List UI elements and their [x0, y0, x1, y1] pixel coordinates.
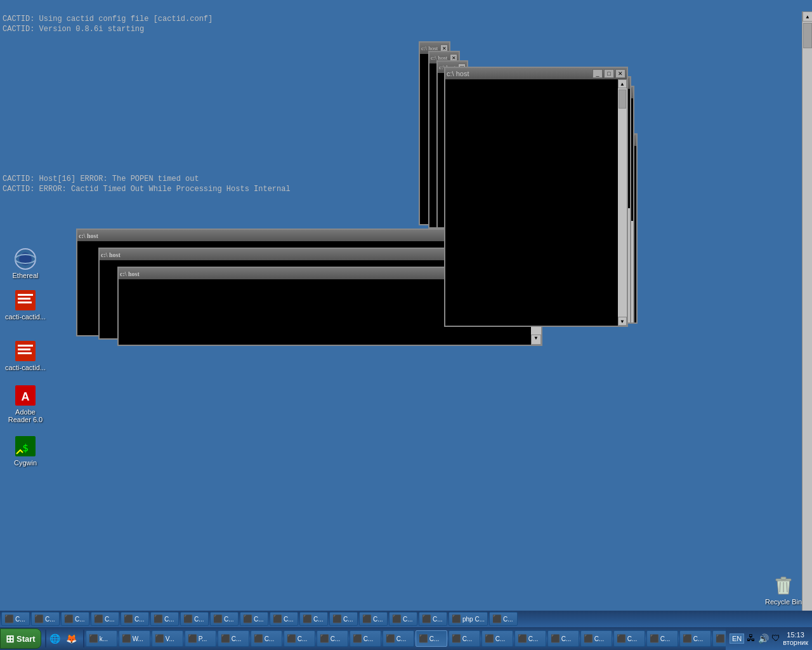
taskbar-item-c6[interactable]: ⬛C... [383, 630, 414, 647]
taskbar-item-c5[interactable]: ⬛C... [350, 630, 381, 647]
minimize-btn-1[interactable]: _ [593, 69, 603, 78]
taskbar-divider-1 [45, 630, 46, 647]
start-button[interactable]: ⊞ Start [0, 628, 41, 649]
taskbar-item-c12[interactable]: ⬛C... [613, 630, 645, 647]
cactiplus-line-error2: CACTID: ERROR: Cactid Timed Out While Pr… [3, 184, 798, 194]
taskbar-item-k[interactable]: ⬛k... [86, 630, 117, 647]
taskbar2-item-12[interactable]: ⬛C... [329, 612, 358, 626]
tray-clock[interactable]: 15:13 вторник [783, 631, 808, 646]
max-btn-1[interactable]: □ [604, 69, 614, 78]
taskbar-item-c11[interactable]: ⬛C... [580, 630, 612, 647]
clock-day: вторник [783, 639, 808, 646]
taskbar-item-c3[interactable]: ⬛C... [284, 630, 315, 647]
taskbar-item-c9[interactable]: ⬛C... [514, 630, 546, 647]
taskbar2-item-3[interactable]: ⬛C... [61, 612, 89, 626]
clock-time: 15:13 [783, 631, 808, 639]
lang-indicator[interactable]: EN [730, 633, 744, 644]
taskbar2-item-14[interactable]: ⬛C... [389, 612, 417, 626]
taskbar-item-c4[interactable]: ⬛C... [317, 630, 348, 647]
taskbar-item-c1[interactable]: ⬛C... [218, 630, 249, 647]
cactiplus-line-2: CACTID: Version 0.8.6i starting [3, 24, 798, 34]
taskbar-item-c15[interactable]: ⬛C... [712, 630, 726, 647]
windows-logo: ⊞ [6, 633, 14, 645]
close-btn-1[interactable]: ✕ [615, 69, 625, 78]
taskbar-item-c13[interactable]: ⬛C... [646, 630, 678, 647]
stacked-titlebar-1: c:\ host _ □ ✕ [445, 68, 627, 79]
taskbar-item-w[interactable]: ⬛W... [119, 630, 150, 647]
taskbar2-item-6[interactable]: ⬛C... [150, 612, 179, 626]
taskbar2-item-15[interactable]: ⬛C... [419, 612, 447, 626]
cactiplus-line-1: CACTID: Using cactid config file [cactid… [3, 14, 798, 24]
ql-ie[interactable]: 🌐 [48, 631, 63, 646]
taskbar2-item-1[interactable]: ⬛C... [1, 612, 30, 626]
taskbar: ⊞ Start 🌐 🦊 ⬛k... ⬛W... ⬛V... ⬛P... ⬛C..… [0, 627, 812, 650]
taskbar2-item-8[interactable]: ⬛C... [210, 612, 239, 626]
taskbar-item-p[interactable]: ⬛P... [185, 630, 216, 647]
taskbar-item-c10[interactable]: ⬛C... [547, 630, 579, 647]
taskbar-item-c2[interactable]: ⬛C... [251, 630, 282, 647]
tray-security-icon[interactable]: 🛡 [771, 633, 780, 644]
taskbar2-item-php[interactable]: ⬛php C... [449, 612, 488, 626]
taskbar2-item-2[interactable]: ⬛C... [31, 612, 60, 626]
taskbar-item-c-active[interactable]: ⬛C... [416, 630, 447, 647]
taskbar-item-c8[interactable]: ⬛C... [481, 630, 513, 647]
taskbar2-item-7[interactable]: ⬛C... [180, 612, 209, 626]
taskbar-row2: ⬛C... ⬛C... ⬛C... ⬛C... ⬛C... ⬛C... ⬛C..… [0, 611, 812, 627]
taskbar-item-c14[interactable]: ⬛C... [679, 630, 711, 647]
taskbar2-item-11[interactable]: ⬛C... [299, 612, 328, 626]
taskbar2-item-4[interactable]: ⬛C... [91, 612, 119, 626]
taskbar2-item-10[interactable]: ⬛C... [270, 612, 298, 626]
ql-firefox[interactable]: 🦊 [64, 631, 79, 646]
taskbar2-item-13[interactable]: ⬛C... [359, 612, 388, 626]
taskbar2-item-16[interactable]: ⬛C... [489, 612, 518, 626]
taskbar2-item-9[interactable]: ⬛C... [240, 612, 268, 626]
taskbar-item-v[interactable]: ⬛V... [152, 630, 183, 647]
quick-launch: 🌐 🦊 [48, 631, 79, 646]
system-tray: EN 🖧 🔊 🛡 15:13 вторник [726, 627, 812, 650]
tray-sound-icon[interactable]: 🔊 [758, 633, 769, 644]
stacked-window-1[interactable]: c:\ host _ □ ✕ ▲ ▼ [444, 67, 628, 327]
taskbar-divider-2 [83, 630, 84, 647]
taskbar2-item-5[interactable]: ⬛C... [121, 612, 149, 626]
taskbar-items: ⬛k... ⬛W... ⬛V... ⬛P... ⬛C... ⬛C... ⬛C..… [86, 630, 726, 647]
start-label: Start [16, 634, 36, 644]
tray-network-icon[interactable]: 🖧 [747, 633, 756, 644]
taskbar-item-c7[interactable]: ⬛C... [449, 630, 480, 647]
cactiplus-line-error1: CACTID: Host[16] ERROR: The POPEN timed … [3, 174, 798, 184]
